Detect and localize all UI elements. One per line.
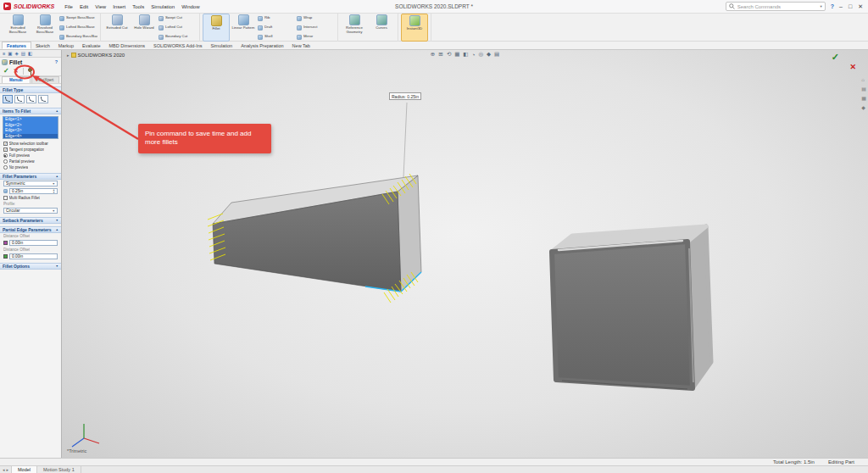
- ribbon-button[interactable]: Linear Pattern: [230, 14, 257, 42]
- command-tab[interactable]: Features: [2, 42, 31, 49]
- fillet-mode-tab[interactable]: Manual: [2, 76, 31, 83]
- section-items-to-fillet[interactable]: Items To Fillet ▲: [0, 108, 61, 114]
- ribbon-button[interactable]: Revolved Boss/Base: [31, 14, 58, 42]
- flyout-expand-icon[interactable]: ▸: [67, 53, 70, 58]
- tab-scroll-left-icon[interactable]: ◂: [3, 467, 5, 472]
- bottom-tab[interactable]: Model: [11, 466, 37, 473]
- task-pane-file-explorer-icon[interactable]: ▦: [861, 95, 866, 101]
- tab-scroll-right-icon[interactable]: ▸: [7, 467, 9, 472]
- pm-help-icon[interactable]: ?: [55, 59, 59, 64]
- partial-preview-radio[interactable]: [3, 159, 8, 164]
- menu-item[interactable]: Simulation: [147, 4, 178, 9]
- radius-input[interactable]: 0.25in ▲▼: [9, 188, 58, 194]
- profile-select[interactable]: Circular ▼: [3, 208, 58, 214]
- ribbon-button[interactable]: Mirror: [296, 32, 335, 42]
- featuremanager-tree-tab-icon[interactable]: ≡: [3, 51, 5, 56]
- confirmation-corner-cancel-icon[interactable]: ✕: [849, 63, 856, 71]
- command-tab[interactable]: Simulation: [206, 42, 236, 49]
- section-partial-edge-parameters[interactable]: Partial Edge Parameters ▲: [0, 226, 61, 233]
- start-offset-input[interactable]: 0.00in: [9, 240, 58, 246]
- section-setback-parameters[interactable]: Setback Parameters ▼: [0, 217, 61, 224]
- edge-list-item[interactable]: Edge<4>: [3, 134, 58, 140]
- ribbon-button[interactable]: Shell: [257, 32, 296, 42]
- close-button[interactable]: ✕: [858, 3, 863, 10]
- ribbon-button[interactable]: Extruded Boss/Base: [4, 14, 31, 42]
- face-fillet-button[interactable]: [26, 95, 36, 103]
- edge-selection-list[interactable]: Edge<1> Edge<2> Edge<3> Edge<4>: [3, 116, 58, 139]
- spinner-icon[interactable]: ▲▼: [53, 189, 55, 194]
- multi-radius-checkbox[interactable]: [3, 196, 8, 200]
- minimize-button[interactable]: –: [839, 3, 843, 10]
- command-tab[interactable]: Markup: [54, 42, 78, 49]
- dimxpert-manager-tab-icon[interactable]: ▤: [21, 51, 25, 56]
- ribbon-button[interactable]: Extruded Cut: [103, 14, 131, 42]
- ribbon-button[interactable]: Lofted Boss/Base: [58, 23, 97, 32]
- ribbon-button[interactable]: Hole Wizard: [131, 14, 158, 42]
- keep-visible-pin-button[interactable]: [28, 68, 32, 72]
- ribbon-button[interactable]: Fillet: [203, 14, 230, 42]
- ribbon-button[interactable]: Rib: [257, 14, 296, 23]
- edit-appearance-icon[interactable]: ◆: [487, 51, 491, 58]
- task-pane-resources-icon[interactable]: ⌂: [861, 77, 866, 82]
- section-view-icon[interactable]: ▦: [454, 51, 459, 58]
- model-scene[interactable]: [62, 50, 868, 458]
- fillet-method-select[interactable]: Symmetric ▼: [3, 181, 58, 186]
- flyout-feature-tree[interactable]: ▸ SOLIDWORKS 2020: [67, 53, 125, 58]
- radius-callout[interactable]: Radius: 0.25in: [389, 92, 421, 100]
- ribbon-button[interactable]: Boundary Boss/Base: [58, 32, 97, 42]
- ribbon-button[interactable]: Swept Cut: [158, 14, 197, 23]
- display-manager-tab-icon[interactable]: ◧: [28, 51, 32, 56]
- ribbon-button[interactable]: Swept Boss/Base: [58, 14, 97, 23]
- ok-button[interactable]: ✓: [3, 67, 9, 75]
- command-search-input[interactable]: Search Commands ▾: [726, 2, 826, 11]
- no-preview-radio[interactable]: [3, 165, 8, 170]
- apply-scene-icon[interactable]: ▤: [494, 51, 499, 58]
- constant-size-fillet-button[interactable]: [3, 95, 13, 103]
- ribbon-button[interactable]: Reference Geometry: [341, 14, 368, 42]
- propertymanager-tab-icon[interactable]: ▣: [8, 51, 12, 56]
- zoom-to-area-icon[interactable]: ⊞: [438, 51, 442, 58]
- model-body-filleted[interactable]: [552, 226, 711, 389]
- ribbon-button[interactable]: Boundary Cut: [158, 32, 197, 42]
- fillet-mode-tab[interactable]: FilletXpert: [31, 76, 60, 83]
- model-body-with-fillet-preview[interactable]: [208, 174, 421, 303]
- full-round-fillet-button[interactable]: [38, 95, 48, 103]
- menu-item[interactable]: Edit: [76, 4, 92, 9]
- command-tab[interactable]: Evaluate: [78, 42, 104, 49]
- section-fillet-type[interactable]: Fillet Type ▲: [0, 86, 61, 93]
- bottom-tab[interactable]: Motion Study 1: [37, 466, 81, 473]
- ribbon-button[interactable]: Lofted Cut: [158, 23, 197, 32]
- menu-item[interactable]: File: [61, 4, 76, 9]
- graphics-area[interactable]: ▸ SOLIDWORKS 2020 ⊕ ⊞ ⟲ ▦ ◧ ◔ ◎ ◆ ▤: [62, 50, 868, 458]
- command-tab[interactable]: New Tab: [288, 42, 314, 49]
- ribbon-button[interactable]: Intersect: [296, 23, 335, 32]
- menu-item[interactable]: Insert: [109, 4, 129, 9]
- zoom-to-fit-icon[interactable]: ⊕: [431, 51, 435, 58]
- display-style-icon[interactable]: ◔: [471, 52, 475, 58]
- search-dropdown-icon[interactable]: ▾: [820, 4, 821, 8]
- ribbon-button[interactable]: Draft: [257, 23, 296, 32]
- view-orientation-icon[interactable]: ◧: [463, 51, 468, 58]
- task-pane-design-library-icon[interactable]: ▤: [861, 86, 866, 92]
- menu-item[interactable]: Window: [178, 4, 203, 9]
- show-selection-toolbar-checkbox[interactable]: [3, 142, 8, 146]
- previous-view-icon[interactable]: ⟲: [447, 51, 451, 58]
- full-preview-radio[interactable]: [3, 153, 8, 158]
- section-fillet-parameters[interactable]: Fillet Parameters ▲: [0, 173, 61, 180]
- tangent-propagation-checkbox[interactable]: [3, 147, 8, 152]
- help-icon[interactable]: ?: [831, 3, 834, 9]
- menu-item[interactable]: Tools: [129, 4, 147, 9]
- maximize-button[interactable]: □: [849, 3, 852, 10]
- ribbon-button[interactable]: Curves: [368, 14, 395, 42]
- ribbon-button[interactable]: Instant3D: [401, 14, 428, 42]
- menu-item[interactable]: View: [92, 4, 109, 9]
- task-pane-appearances-icon[interactable]: ◆: [861, 104, 866, 110]
- command-tab[interactable]: MBD Dimensions: [105, 42, 149, 49]
- command-tab[interactable]: Analysis Preparation: [236, 42, 287, 49]
- ribbon-button[interactable]: Wrap: [296, 14, 335, 23]
- command-tab[interactable]: SOLIDWORKS Add-Ins: [149, 42, 206, 49]
- configuration-manager-tab-icon[interactable]: ◈: [14, 51, 18, 56]
- variable-size-fillet-button[interactable]: [14, 95, 25, 103]
- command-tab[interactable]: Sketch: [31, 42, 54, 49]
- hide-show-items-icon[interactable]: ◎: [478, 51, 483, 58]
